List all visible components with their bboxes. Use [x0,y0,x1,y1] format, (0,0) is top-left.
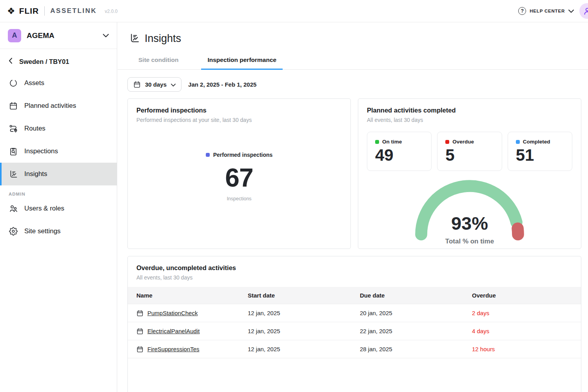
table-header-row: Name Start date Due date Overdue [128,287,581,304]
sidebar-item-label: Planned activities [24,102,76,110]
stat-completed: Completed 51 [508,132,572,171]
overdue-cell: 12 hours [463,346,581,352]
sidebar-item-label: Insights [24,170,47,178]
performed-inspections-card: Performed inspections Performed inspecti… [127,98,351,249]
legend-label: Performed inspections [213,152,273,158]
inspections-count: 67 [136,165,342,191]
back-site-link[interactable]: Sweden / TBY01 [0,49,117,68]
assets-icon [9,78,18,88]
tab-inspection-performance[interactable]: Inspection performance [201,52,283,70]
sidebar-item-insights[interactable]: Insights [0,163,117,185]
calendar-icon [9,101,18,111]
brand-name: FLIR [19,6,39,16]
flir-logo-icon [7,7,15,16]
main-content: Insights Site condition Inspection perfo… [118,22,588,392]
chevron-down-icon [568,7,574,15]
card-subtitle: All events, last 30 days [367,117,572,123]
sidebar-item-routes[interactable]: Routes [0,117,117,140]
sidebar-item-label: Users & roles [24,205,64,212]
route-icon [9,124,18,133]
chevron-down-icon [103,32,109,39]
calendar-icon [133,81,141,88]
user-avatar[interactable] [579,3,588,19]
users-icon [9,204,18,213]
site-path-label: Sweden / TBY01 [19,58,69,65]
clipboard-search-icon [9,147,18,156]
help-icon [518,7,526,15]
stat-on-time: On time 49 [367,132,432,171]
gear-icon [9,227,18,236]
overdue-cell: 2 days [463,310,581,316]
on-time-swatch [375,140,379,144]
col-start-date: Start date [239,292,351,299]
date-range-select[interactable]: 30 days [127,77,181,92]
start-date-cell: 12 jan, 2025 [239,328,351,334]
overdue-cell: 4 days [463,328,581,334]
overdue-swatch [445,140,449,144]
admin-section-label: ADMIN [9,192,117,196]
planned-activities-card: Planned activities completed All events,… [358,98,581,249]
table-title: Overdue, uncompleted activities [136,264,572,272]
activity-link[interactable]: FireSuppressionTes [147,346,200,352]
start-date-cell: 12 jan, 2025 [239,310,351,316]
stat-overdue: Overdue 5 [437,132,502,171]
stat-value: 5 [445,147,494,163]
calendar-icon [136,328,143,335]
sidebar-item-label: Routes [24,125,45,132]
sidebar-item-label: Site settings [24,227,61,235]
table-row: ElectricalPanelAudit 12 jan, 2025 22 jan… [128,322,581,340]
help-center-button[interactable]: HELP CENTER [518,7,574,15]
activity-link[interactable]: ElectricalPanelAudit [147,328,200,334]
org-selector[interactable]: A AGEMA [0,22,117,49]
sidebar-item-label: Assets [24,79,44,87]
brand: FLIR ASSETLINK v2.0.0 [7,6,118,16]
activity-link[interactable]: PumpStationCheck [147,310,198,316]
date-range-text: Jan 2, 2025 - Feb 1, 2025 [188,81,256,88]
inspections-unit: Inspections [136,196,342,201]
sidebar-item-site-settings[interactable]: Site settings [0,220,117,243]
sidebar-item-inspections[interactable]: Inspections [0,140,117,163]
chart-board-icon [9,169,18,179]
tab-bar: Site condition Inspection performance [118,52,588,70]
table-row: FireSuppressionTes 12 jan, 2025 28 jan, … [128,340,581,358]
help-center-label: HELP CENTER [530,9,565,13]
insights-icon [129,33,140,45]
org-name: AGEMA [27,31,97,40]
card-subtitle: Performed inspections at your site, last… [136,117,342,123]
table-row: PumpStationCheck 12 jan, 2025 20 jan, 20… [128,304,581,322]
due-date-cell: 20 jan, 2025 [351,310,463,316]
sidebar-item-assets[interactable]: Assets [0,72,117,94]
card-title: Performed inspections [136,107,342,114]
start-date-cell: 12 jan, 2025 [239,346,351,352]
calendar-icon [136,346,143,353]
legend: Performed inspections [206,152,273,158]
tab-site-condition[interactable]: Site condition [132,52,185,70]
page-title: Insights [145,33,181,45]
completed-swatch [516,140,520,144]
on-time-gauge: 93% Total % on time [367,178,572,254]
calendar-icon [136,310,143,317]
version-label: v2.0.0 [105,9,118,14]
sidebar-item-planned-activities[interactable]: Planned activities [0,94,117,117]
sidebar-nav: Assets Planned activities Routes Inspect… [0,72,117,243]
due-date-cell: 28 jan, 2025 [351,346,463,352]
table-subtitle: All events, last 30 days [136,274,572,281]
col-overdue: Overdue [463,292,581,299]
range-label: 30 days [145,81,167,88]
sidebar-item-users-roles[interactable]: Users & roles [0,197,117,220]
gauge-percent: 93% [367,214,572,232]
org-avatar: A [8,29,21,42]
stat-label: Completed [523,139,550,145]
stat-value: 51 [516,147,564,163]
overdue-activities-card: Overdue, uncompleted activities All even… [127,256,581,392]
gauge-label: Total % on time [367,238,572,245]
stat-label: Overdue [452,139,474,145]
chevron-left-icon [9,58,13,65]
col-name: Name [128,292,239,299]
chevron-down-icon [171,81,176,88]
top-bar: FLIR ASSETLINK v2.0.0 HELP CENTER [0,0,588,22]
brand-divider [44,6,45,16]
product-name: ASSETLINK [50,7,97,15]
col-due-date: Due date [351,292,463,299]
sidebar-item-label: Inspections [24,147,58,155]
